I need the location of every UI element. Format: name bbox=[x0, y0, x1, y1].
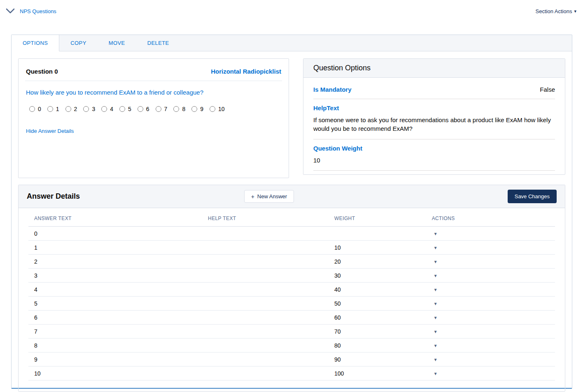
column-help-text: HELP TEXT bbox=[202, 211, 329, 227]
nps-radio-option[interactable]: 10 bbox=[210, 106, 225, 112]
row-actions-dropdown-icon[interactable]: ▼ bbox=[432, 371, 439, 377]
is-mandatory-field: Is Mandatory False bbox=[313, 86, 555, 99]
radio-label: 7 bbox=[164, 106, 168, 112]
helptext-field: HelpText If someone were to ask you for … bbox=[313, 104, 555, 139]
new-answer-label: New Answer bbox=[257, 193, 287, 199]
weight-cell bbox=[329, 227, 426, 241]
nps-radio-option[interactable]: 4 bbox=[101, 106, 113, 112]
radio-input[interactable] bbox=[47, 106, 53, 112]
radio-input[interactable] bbox=[191, 106, 197, 112]
row-actions-dropdown-icon[interactable]: ▼ bbox=[432, 287, 439, 293]
nps-radio-group: 0 1 2 3 4 5 6 7 8 9 10 bbox=[29, 106, 282, 112]
radio-input[interactable] bbox=[65, 106, 71, 112]
answer-text-cell: 7 bbox=[28, 325, 202, 339]
tab-bar: OPTIONS COPY MOVE DELETE bbox=[12, 35, 572, 51]
answer-text-cell: 10 bbox=[28, 366, 202, 380]
tab-copy[interactable]: COPY bbox=[59, 35, 97, 51]
save-changes-button[interactable]: Save Changes bbox=[508, 190, 557, 203]
nps-radio-option[interactable]: 1 bbox=[47, 106, 59, 112]
nps-radio-option[interactable]: 0 bbox=[29, 106, 41, 112]
row-actions-dropdown-icon[interactable]: ▼ bbox=[432, 315, 439, 321]
nps-radio-option[interactable]: 2 bbox=[65, 106, 77, 112]
weight-cell: 100 bbox=[329, 366, 426, 380]
nps-radio-option[interactable]: 3 bbox=[83, 106, 95, 112]
column-weight: WEIGHT bbox=[329, 211, 426, 227]
nps-radio-option[interactable]: 8 bbox=[173, 106, 185, 112]
radio-input[interactable] bbox=[119, 106, 125, 112]
row-actions-dropdown-icon[interactable]: ▼ bbox=[432, 231, 439, 237]
table-row: 6 60 ▼ bbox=[28, 311, 555, 325]
row-actions-dropdown-icon[interactable]: ▼ bbox=[432, 245, 439, 251]
radio-input[interactable] bbox=[83, 106, 89, 112]
actions-cell: ▼ bbox=[426, 325, 555, 339]
nps-radio-option[interactable]: 7 bbox=[156, 106, 168, 112]
radio-input[interactable] bbox=[210, 106, 215, 112]
help-text-cell bbox=[202, 297, 329, 311]
caret-down-icon: ▾ bbox=[574, 9, 576, 14]
row-actions-dropdown-icon[interactable]: ▼ bbox=[432, 259, 439, 265]
actions-cell: ▼ bbox=[426, 227, 555, 241]
actions-cell: ▼ bbox=[426, 297, 555, 311]
answer-text-cell: 3 bbox=[28, 269, 202, 283]
help-text-cell bbox=[202, 241, 329, 255]
row-actions-dropdown-icon[interactable]: ▼ bbox=[432, 357, 439, 363]
table-row: 7 70 ▼ bbox=[28, 325, 555, 339]
radio-label: 8 bbox=[182, 106, 185, 112]
actions-cell: ▼ bbox=[426, 283, 555, 297]
question-panel: OPTIONS COPY MOVE DELETE Question 0 Hori… bbox=[11, 35, 572, 389]
row-actions-dropdown-icon[interactable]: ▼ bbox=[432, 273, 439, 279]
nps-radio-option[interactable]: 5 bbox=[119, 106, 131, 112]
actions-cell: ▼ bbox=[426, 339, 555, 353]
help-text-cell bbox=[202, 325, 329, 339]
answer-details-header: Answer Details + New Answer Save Changes bbox=[19, 185, 565, 208]
radio-label: 9 bbox=[200, 106, 203, 112]
radio-input[interactable] bbox=[156, 106, 161, 112]
new-answer-button[interactable]: + New Answer bbox=[244, 190, 294, 203]
question-text: How likely are you to recommend ExAM to … bbox=[26, 89, 281, 96]
answer-details-table: ANSWER TEXT HELP TEXT WEIGHT ACTIONS 0 ▼… bbox=[28, 211, 555, 380]
answer-text-cell: 0 bbox=[28, 227, 202, 241]
actions-cell: ▼ bbox=[426, 366, 555, 380]
weight-cell: 20 bbox=[329, 255, 426, 269]
weight-cell: 80 bbox=[329, 339, 426, 353]
tab-move[interactable]: MOVE bbox=[98, 35, 136, 51]
is-mandatory-label: Is Mandatory bbox=[313, 86, 352, 93]
table-row: 2 20 ▼ bbox=[28, 255, 555, 269]
radio-input[interactable] bbox=[29, 106, 35, 112]
question-options-body: Is Mandatory False HelpText If someone w… bbox=[303, 78, 565, 171]
radio-input[interactable] bbox=[138, 106, 143, 112]
weight-cell: 40 bbox=[329, 283, 426, 297]
help-text-cell bbox=[202, 339, 329, 353]
tab-delete[interactable]: DELETE bbox=[136, 35, 180, 51]
hide-answer-details-link[interactable]: Hide Answer Details bbox=[26, 128, 74, 134]
tab-options[interactable]: OPTIONS bbox=[12, 35, 59, 51]
answer-details-title: Answer Details bbox=[27, 192, 80, 201]
row-actions-dropdown-icon[interactable]: ▼ bbox=[432, 301, 439, 307]
help-text-cell bbox=[202, 255, 329, 269]
answer-text-cell: 9 bbox=[28, 353, 202, 366]
actions-cell: ▼ bbox=[426, 311, 555, 325]
section-actions-menu[interactable]: Section Actions ▾ bbox=[536, 8, 576, 14]
table-row: 5 50 ▼ bbox=[28, 297, 555, 311]
section-title-link[interactable]: NPS Questions bbox=[20, 8, 56, 14]
radio-label: 2 bbox=[74, 106, 77, 112]
row-actions-dropdown-icon[interactable]: ▼ bbox=[432, 343, 439, 349]
column-answer-text: ANSWER TEXT bbox=[28, 211, 202, 227]
chevron-down-icon[interactable] bbox=[6, 8, 15, 14]
nps-radio-option[interactable]: 9 bbox=[191, 106, 203, 112]
row-actions-dropdown-icon[interactable]: ▼ bbox=[432, 329, 439, 335]
table-row: 10 100 ▼ bbox=[28, 366, 555, 380]
radio-input[interactable] bbox=[101, 106, 107, 112]
question-card-header: Question 0 Horizontal Radiopicklist bbox=[25, 66, 282, 81]
nps-radio-option[interactable]: 6 bbox=[138, 106, 149, 112]
help-text-cell bbox=[202, 366, 329, 380]
radio-label: 4 bbox=[110, 106, 113, 112]
radio-input[interactable] bbox=[173, 106, 179, 112]
upper-cards-row: Question 0 Horizontal Radiopicklist How … bbox=[12, 51, 572, 185]
table-row: 9 90 ▼ bbox=[28, 353, 555, 366]
actions-cell: ▼ bbox=[426, 241, 555, 255]
radio-label: 6 bbox=[146, 106, 149, 112]
question-options-card: Question Options Is Mandatory False Help… bbox=[303, 58, 565, 175]
question-preview-card: Question 0 Horizontal Radiopicklist How … bbox=[18, 58, 289, 178]
plus-icon: + bbox=[251, 194, 254, 199]
